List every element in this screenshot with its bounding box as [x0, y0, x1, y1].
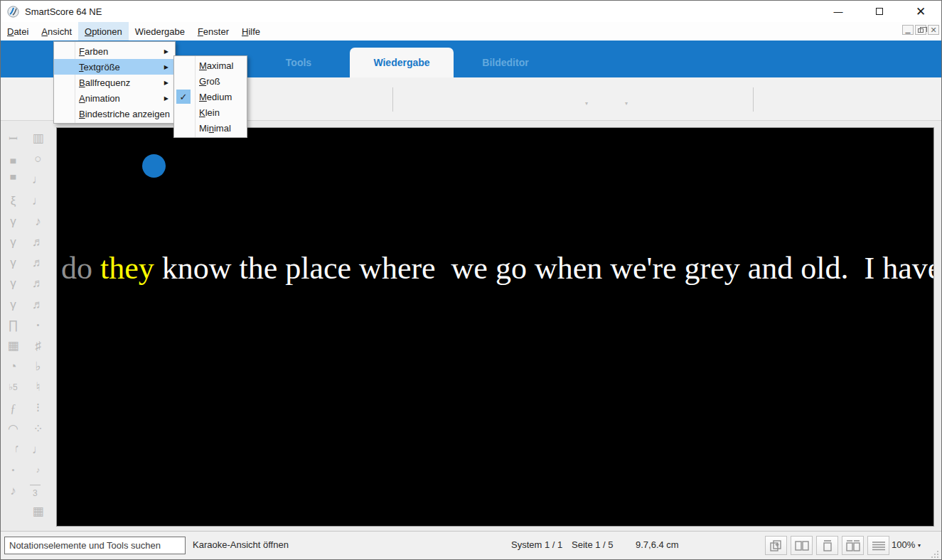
undo-dropdown-icon[interactable]: ▾ [585, 100, 588, 107]
zoom-dropdown-icon[interactable]: ▾ [918, 542, 921, 549]
eighth-note-tool-icon[interactable]: ♪ [1, 480, 26, 501]
quarter-note-icon[interactable]: ♩ [26, 190, 50, 211]
menubar-item-ansicht[interactable]: Ansicht [35, 22, 78, 41]
menubar-item-wiedergabe[interactable]: Wiedergabe [129, 22, 191, 41]
sixtyfourth-rest-icon[interactable]: γ [1, 273, 26, 294]
flat-icon[interactable]: ♭ [26, 356, 50, 377]
sharp-icon[interactable]: ♯ [26, 335, 50, 356]
palette-row: ▀♩ [1, 169, 50, 190]
treble-clef-icon[interactable]: ƒ [1, 397, 26, 418]
note-grid-icon[interactable]: ▦ [1, 335, 26, 356]
half-rest-icon[interactable]: ▀ [1, 169, 26, 190]
tab-tools[interactable]: Tools [247, 48, 350, 77]
resize-grip[interactable] [931, 551, 939, 559]
toolbar-separator-2 [753, 87, 754, 112]
flat-five-icon[interactable]: ♭5 [1, 377, 26, 397]
duration-cursor-icon[interactable]: ◔ [1, 356, 26, 377]
menubar: DateiAnsichtOptionenWiedergabeFensterHil… [1, 22, 941, 41]
submenu-item-medium[interactable]: ✓Medium [174, 89, 247, 104]
natural-icon[interactable]: ♮ [26, 377, 50, 397]
palette-row: γ♬ [1, 252, 50, 273]
palette-row: ∏• [1, 315, 50, 335]
tab-wiedergabe[interactable]: Wiedergabe [350, 48, 454, 77]
mdi-restore-button[interactable] [915, 25, 926, 35]
chord-icon[interactable]: ⁝ [26, 397, 50, 418]
menu-item-farben[interactable]: Farben▶ [54, 43, 175, 59]
duplicate-page-button[interactable] [765, 536, 787, 555]
two-page-view-icon [795, 539, 809, 552]
triplet-icon[interactable]: 3 [30, 485, 41, 501]
search-input[interactable] [4, 537, 186, 554]
title-bar: SmartScore 64 NE [1, 1, 941, 22]
zoom-level[interactable]: 100% [892, 539, 915, 550]
document-area: I▥▄○▀♩ξ♩γ♪γ♬γ♬γ♬γ♬∏•▦♯◔♭♭5♮ƒ⁝◠⁘♩♩•♪♪3▦ d… [1, 121, 941, 531]
menubar-item-datei[interactable]: Datei [1, 22, 35, 41]
slur-icon[interactable]: ◠ [1, 419, 26, 439]
palette-row: I▥ [1, 128, 50, 149]
notation-palette: I▥▄○▀♩ξ♩γ♪γ♬γ♬γ♬γ♬∏•▦♯◔♭♭5♮ƒ⁝◠⁘♩♩•♪♪3▦ [1, 128, 50, 522]
thirtysecond-note-icon[interactable]: ♬ [26, 252, 50, 273]
maximize-button[interactable] [859, 1, 900, 22]
submenu-arrow-icon: ▶ [164, 80, 168, 86]
stem-down-note-icon[interactable]: ♩ [1, 439, 26, 460]
submenu-item-klein[interactable]: Klein [174, 104, 247, 120]
submenu-item-minimal[interactable]: Minimal [174, 120, 247, 136]
menubar-item-hilfe[interactable]: Hilfe [235, 22, 267, 41]
augmentation-dot-icon[interactable]: • [1, 460, 26, 480]
eighth-rest-icon[interactable]: γ [1, 211, 26, 232]
chord-cluster-icon[interactable]: ⁘ [26, 419, 50, 439]
maximize-icon [876, 8, 883, 15]
submenu-arrow-icon: ▶ [164, 48, 168, 55]
minimize-button[interactable]: — [818, 1, 859, 22]
two-page-view-button[interactable] [791, 536, 813, 555]
breve-rest-icon[interactable]: I [3, 126, 23, 151]
whole-note-icon[interactable]: ○ [26, 149, 50, 169]
mdi-minimize-button[interactable]: ▁ [902, 25, 914, 35]
stem-note-icon[interactable]: ♩ [26, 439, 50, 460]
karaoke-view-label: Karaoke-Ansicht öffnen [193, 539, 289, 550]
mdi-close-button[interactable]: ✕ [928, 25, 939, 35]
keypad-grid-icon[interactable]: ▦ [26, 501, 50, 522]
sixteenth-rest-icon[interactable]: γ [1, 232, 26, 252]
menu-item-textgr-e[interactable]: Textgröße▶ [54, 59, 175, 75]
menubar-item-fenster[interactable]: Fenster [191, 22, 235, 41]
redo-dropdown-icon[interactable]: ▾ [625, 100, 628, 107]
facing-pages-view-icon [846, 539, 860, 552]
palette-row: ƒ⁝ [1, 397, 50, 418]
palette-row: γ♬ [1, 273, 50, 294]
eighth-note-icon[interactable]: ♪ [26, 211, 50, 232]
sixteenth-note-icon[interactable]: ♬ [26, 232, 50, 252]
menu-item-animation[interactable]: Animation▶ [54, 90, 175, 106]
close-button[interactable]: ✕ [900, 1, 941, 22]
palette-row: ▦♯ [1, 335, 50, 356]
karaoke-upcoming-text: know the place where we go when we're gr… [154, 251, 934, 286]
menu-item-ballfrequenz[interactable]: Ballfrequenz▶ [54, 75, 175, 90]
app-logo [7, 6, 19, 18]
single-page-view-button[interactable] [816, 536, 838, 555]
dot-icon[interactable]: • [26, 315, 50, 335]
submenu-item-maximal[interactable]: Maximal [174, 58, 247, 73]
sixtyfourth-note-icon[interactable]: ♬ [26, 273, 50, 294]
continuous-view-button[interactable] [867, 536, 889, 555]
facing-pages-view-button[interactable] [842, 536, 864, 555]
onetwentyeighth-note-icon[interactable]: ♬ [26, 294, 50, 315]
submenu-item-gro-[interactable]: Groß [174, 73, 247, 89]
grace-note-icon[interactable]: ♪ [26, 460, 50, 480]
menubar-item-optionen[interactable]: Optionen [78, 22, 129, 41]
onetwentyeighth-rest-icon[interactable]: γ [1, 294, 26, 315]
textgroesse-submenu: MaximalGroß✓MediumKleinMinimal [173, 55, 247, 138]
quarter-rest-icon[interactable]: ξ [1, 190, 26, 211]
tab-bildeditor[interactable]: Bildeditor [454, 48, 557, 77]
palette-row: ◔♭ [1, 356, 50, 377]
submenu-arrow-icon: ▶ [164, 95, 168, 102]
breve-note-icon[interactable]: ▥ [26, 128, 50, 149]
bouncing-ball [142, 154, 166, 178]
menubar-items: DateiAnsichtOptionenWiedergabeFensterHil… [1, 22, 267, 41]
menu-item-bindestriche-anzeigen[interactable]: Bindestriche anzeigen [54, 106, 175, 122]
half-note-icon[interactable]: ♩ [26, 169, 50, 190]
multimeasure-rest-icon[interactable]: ∏ [1, 315, 26, 335]
whole-rest-icon[interactable]: ▄ [1, 149, 26, 169]
palette-row: ♩♩ [1, 439, 50, 460]
page-indicator: Seite 1 / 5 [572, 539, 614, 550]
thirtysecond-rest-icon[interactable]: γ [1, 252, 26, 273]
